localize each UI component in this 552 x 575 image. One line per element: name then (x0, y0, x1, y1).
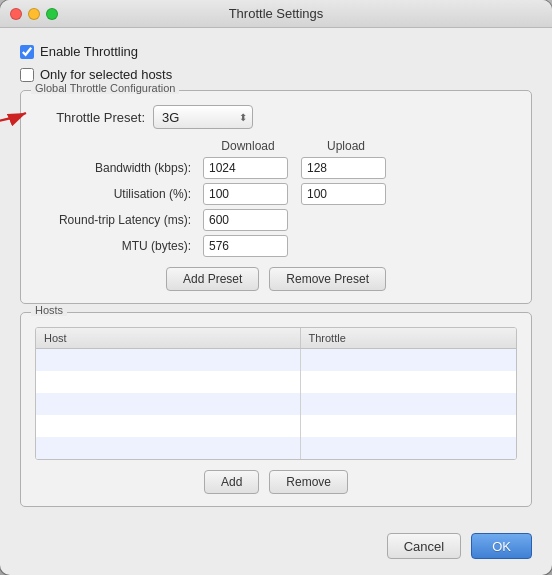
utilisation-upload-input[interactable] (301, 183, 386, 205)
content-area: Enable Throttling Only for selected host… (0, 28, 552, 523)
table-row (36, 393, 516, 415)
latency-input[interactable] (203, 209, 288, 231)
mtu-label: MTU (bytes): (35, 239, 195, 253)
hosts-table: Host Throttle (36, 328, 516, 459)
only-selected-hosts-label: Only for selected hosts (40, 67, 172, 82)
throttle-preset-select[interactable]: 3G 2G GPRS DSL Custom (153, 105, 253, 129)
fields-grid: Download Upload Bandwidth (kbps): Utilis… (35, 139, 517, 257)
minimize-button[interactable] (28, 8, 40, 20)
bandwidth-upload-input[interactable] (301, 157, 386, 179)
hosts-title: Hosts (31, 304, 67, 316)
cancel-button[interactable]: Cancel (387, 533, 461, 559)
hosts-table-container: Host Throttle (35, 327, 517, 460)
global-throttle-title: Global Throttle Configuration (31, 82, 179, 94)
enable-throttling-label: Enable Throttling (40, 44, 138, 59)
latency-label: Round-trip Latency (ms): (35, 213, 195, 227)
download-header: Download (203, 139, 293, 153)
add-host-button[interactable]: Add (204, 470, 259, 494)
red-arrow-icon (0, 99, 35, 127)
upload-header: Upload (301, 139, 391, 153)
table-row (36, 437, 516, 459)
ok-button[interactable]: OK (471, 533, 532, 559)
throttle-column-header: Throttle (300, 328, 516, 349)
utilisation-download-input[interactable] (203, 183, 288, 205)
bottom-bar: Cancel OK (0, 523, 552, 575)
remove-preset-button[interactable]: Remove Preset (269, 267, 386, 291)
remove-host-button[interactable]: Remove (269, 470, 348, 494)
maximize-button[interactable] (46, 8, 58, 20)
host-column-header: Host (36, 328, 300, 349)
mtu-input[interactable] (203, 235, 288, 257)
utilisation-label: Utilisation (%): (35, 187, 195, 201)
hosts-group: Hosts Host Throttle (20, 312, 532, 507)
window-title: Throttle Settings (229, 6, 324, 21)
arrow-indicator (0, 99, 35, 127)
close-button[interactable] (10, 8, 22, 20)
table-row (36, 415, 516, 437)
enable-throttling-row: Enable Throttling (20, 44, 532, 59)
throttle-preset-select-wrapper: 3G 2G GPRS DSL Custom ⬍ (153, 105, 253, 129)
enable-throttling-checkbox[interactable] (20, 45, 34, 59)
table-row (36, 371, 516, 393)
preset-buttons: Add Preset Remove Preset (35, 267, 517, 291)
bandwidth-label: Bandwidth (kbps): (35, 161, 195, 175)
hosts-buttons: Add Remove (35, 470, 517, 494)
traffic-lights (10, 8, 58, 20)
add-preset-button[interactable]: Add Preset (166, 267, 259, 291)
only-selected-hosts-row: Only for selected hosts (20, 67, 532, 82)
throttle-settings-window: Throttle Settings Enable Throttling Only… (0, 0, 552, 575)
only-selected-hosts-checkbox[interactable] (20, 68, 34, 82)
global-throttle-group: Global Throttle Configuration Throttle P… (20, 90, 532, 304)
throttle-preset-row: Throttle Preset: 3G 2G GPRS DSL Custom ⬍ (35, 101, 517, 129)
title-bar: Throttle Settings (0, 0, 552, 28)
throttle-preset-label: Throttle Preset: (35, 110, 145, 125)
table-row (36, 349, 516, 371)
bandwidth-download-input[interactable] (203, 157, 288, 179)
